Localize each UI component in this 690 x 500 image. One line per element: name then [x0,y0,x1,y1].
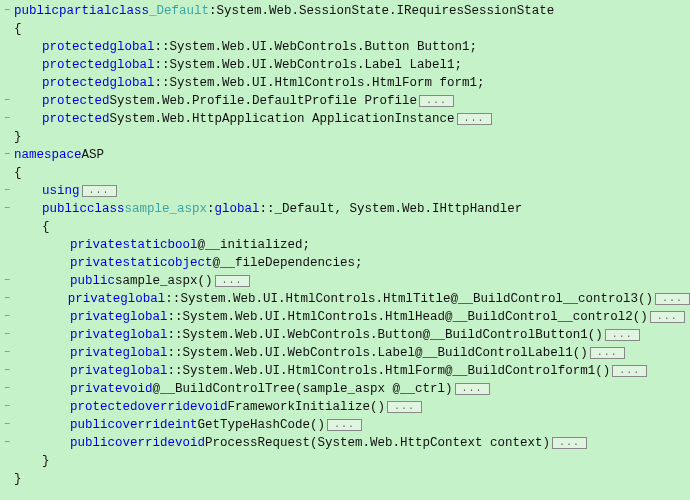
code-line: } [0,128,690,146]
code-text: System.Web.SessionState.IRequiresSession… [217,2,555,20]
fold-toggle-icon[interactable] [0,434,14,452]
collapsed-region-icon[interactable]: ... [457,113,492,125]
fold-toggle-icon[interactable] [0,92,14,110]
fold-toggle-icon[interactable] [0,272,14,290]
code-editor: public partial class _Default : System.W… [0,2,690,488]
code-text: System.Web.UI.WebControls.Label [183,344,416,362]
code-text: () [588,326,603,344]
code-text: __BuildControlLabel1 [423,344,573,362]
code-line: { [0,164,690,182]
code-line: public partial class _Default : System.W… [0,2,690,20]
code-text: _Default, System.Web.IHttpHandler [275,200,523,218]
code-text: System.Web.Profile.DefaultProfile Profil… [110,92,418,110]
keyword: protected [42,38,110,56]
collapsed-region-icon[interactable]: ... [605,329,640,341]
keyword: private [68,290,121,308]
keyword: private [70,236,123,254]
keyword: override [138,398,198,416]
code-line: private global::System.Web.UI.HtmlContro… [0,308,690,326]
code-text: ; [470,38,478,56]
keyword: public [14,2,59,20]
code-text: __BuildControlButton1 [430,326,588,344]
code-line: public override void ProcessRequest(Syst… [0,434,690,452]
code-line: private global::System.Web.UI.HtmlContro… [0,290,690,308]
keyword: global [123,308,168,326]
keyword: private [70,380,123,398]
namespace-name: ASP [82,146,105,164]
code-text: __fileDependencies [220,254,355,272]
code-text: @ [445,308,453,326]
code-text: () [370,398,385,416]
code-text: __BuildControlform1 [453,362,596,380]
keyword: void [123,380,153,398]
keyword: global [123,326,168,344]
code-text: @ [415,344,423,362]
fold-toggle-icon[interactable] [0,416,14,434]
code-text: @ [450,290,458,308]
keyword: partial [59,2,112,20]
collapsed-region-icon[interactable]: ... [655,293,690,305]
collapsed-region-icon[interactable]: ... [590,347,625,359]
code-line: } [0,452,690,470]
fold-toggle-icon[interactable] [0,398,14,416]
code-text: :: [168,326,183,344]
keyword: static [123,254,168,272]
collapsed-region-icon[interactable]: ... [419,95,454,107]
type-name: sample_aspx [125,200,208,218]
code-text: { [14,20,22,38]
keyword: static [123,236,168,254]
code-line: protected global::System.Web.UI.WebContr… [0,38,690,56]
collapsed-region-icon[interactable]: ... [612,365,647,377]
collapsed-region-icon[interactable]: ... [552,437,587,449]
keyword: private [70,344,123,362]
code-text: :: [155,38,170,56]
fold-toggle-icon[interactable] [0,380,14,398]
fold-toggle-icon[interactable] [0,362,14,380]
collapsed-region-icon[interactable]: ... [650,311,685,323]
collapsed-region-icon[interactable]: ... [327,419,362,431]
code-text: System.Web.UI.HtmlControls.HtmlHead [183,308,446,326]
keyword: protected [42,92,110,110]
code-text: ; [303,236,311,254]
code-text: System.Web.UI.WebControls.Button [183,326,423,344]
code-line: using ... [0,182,690,200]
code-text: () [573,344,588,362]
keyword: public [70,416,115,434]
keyword: global [110,74,155,92]
keyword: global [123,362,168,380]
keyword: public [70,434,115,452]
collapsed-region-icon[interactable]: ... [82,185,117,197]
code-text: } [14,128,22,146]
code-text: ; [355,254,363,272]
fold-toggle-icon[interactable] [0,308,14,326]
type-name: _Default [149,2,209,20]
collapsed-region-icon[interactable]: ... [215,275,250,287]
code-text: ProcessRequest(System.Web.HttpContext co… [205,434,550,452]
code-text: () [633,308,648,326]
collapsed-region-icon[interactable]: ... [387,401,422,413]
fold-toggle-icon[interactable] [0,200,14,218]
code-line: private global::System.Web.UI.HtmlContro… [0,362,690,380]
code-text: :: [165,290,180,308]
code-text: :: [260,200,275,218]
keyword: private [70,362,123,380]
fold-toggle-icon[interactable] [0,110,14,128]
collapsed-region-icon[interactable]: ... [455,383,490,395]
fold-toggle-icon[interactable] [0,290,14,308]
code-text: @ [423,326,431,344]
fold-toggle-icon[interactable] [0,2,14,20]
fold-toggle-icon[interactable] [0,182,14,200]
fold-toggle-icon[interactable] [0,344,14,362]
keyword: namespace [14,146,82,164]
code-text: System.Web.UI.WebControls.Button Button1 [170,38,470,56]
code-line: private void @__BuildControlTree(sample_… [0,380,690,398]
keyword: protected [42,110,110,128]
keyword: private [70,254,123,272]
fold-toggle-icon[interactable] [0,146,14,164]
code-text: System.Web.UI.HtmlControls.HtmlTitle [180,290,450,308]
code-text: () [595,362,610,380]
code-text: @ [198,236,206,254]
keyword: global [123,344,168,362]
fold-toggle-icon[interactable] [0,326,14,344]
code-text: :: [168,344,183,362]
